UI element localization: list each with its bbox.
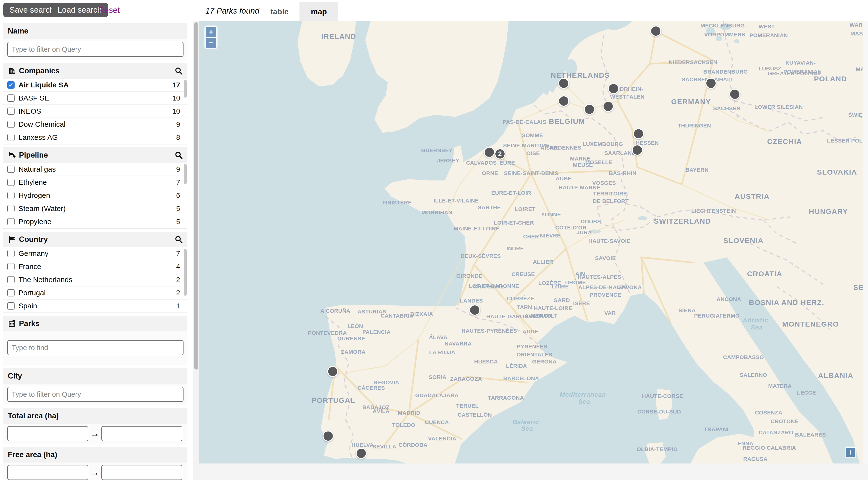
checkbox[interactable]: [7, 302, 14, 310]
search-icon[interactable]: [174, 235, 183, 244]
facet-title: Companies: [19, 67, 60, 75]
park-marker[interactable]: [327, 366, 338, 377]
map-attribution-wrap: i: [845, 446, 856, 458]
checkbox[interactable]: [7, 108, 14, 115]
facet-item-label: Portugal: [19, 289, 176, 297]
facet-header: Country: [3, 232, 187, 247]
search-icon[interactable]: [174, 151, 183, 160]
tab-map[interactable]: map: [300, 2, 338, 21]
park-marker[interactable]: [355, 448, 367, 459]
parks-find-input[interactable]: [7, 340, 184, 355]
search-icon[interactable]: [174, 67, 183, 75]
info-button[interactable]: i: [846, 448, 855, 457]
checkbox[interactable]: [7, 192, 14, 199]
facet-item-label: Natural gas: [19, 165, 176, 173]
total-area-min-input[interactable]: [7, 426, 88, 441]
park-marker[interactable]: [633, 128, 644, 139]
total-area-max-input[interactable]: [101, 426, 182, 441]
city-section-header: City: [3, 368, 187, 384]
parks-section-header: Parks: [3, 316, 187, 332]
reset-link[interactable]: Reset: [98, 5, 120, 15]
facet-item-label: The Netherlands: [19, 276, 176, 284]
facet-row[interactable]: Ethylene7: [3, 176, 187, 189]
total-area-title: Total area (ha): [8, 412, 59, 420]
checkbox[interactable]: [7, 134, 14, 141]
free-area-section: Free area (ha) →: [3, 447, 187, 480]
facet-row[interactable]: ✓Air Liquide SA17: [3, 79, 187, 92]
facet-row[interactable]: France4: [3, 260, 187, 273]
facet-row[interactable]: Hydrogen6: [3, 189, 187, 202]
park-marker[interactable]: [705, 78, 717, 89]
name-filter-input[interactable]: [7, 42, 184, 57]
park-marker[interactable]: [608, 83, 619, 94]
tab-table[interactable]: table: [260, 2, 299, 21]
facet-row[interactable]: Natural gas9: [3, 163, 187, 176]
facet-row[interactable]: Germany7: [3, 247, 187, 260]
sidebar-scrollbar-thumb[interactable]: [194, 22, 198, 370]
park-marker[interactable]: [602, 101, 614, 112]
checkbox[interactable]: [7, 121, 14, 128]
flag-icon: [8, 235, 17, 244]
facet-row[interactable]: INEOS10: [3, 105, 187, 118]
checkbox[interactable]: [7, 250, 14, 257]
facet-item-count: 10: [172, 107, 180, 115]
facet-item-label: Ethylene: [19, 178, 176, 186]
park-marker[interactable]: [729, 89, 740, 100]
facet-row[interactable]: Spain1: [3, 300, 187, 313]
facet-row[interactable]: BASF SE10: [3, 92, 187, 105]
park-marker[interactable]: [558, 95, 569, 107]
total-area-section: Total area (ha) →: [3, 408, 187, 444]
map-right-gutter: [863, 21, 868, 464]
facet-row[interactable]: Dow Chemical9: [3, 118, 187, 131]
facet-title: Country: [19, 235, 48, 244]
zoom-out-button[interactable]: −: [206, 38, 216, 48]
checkbox[interactable]: [7, 218, 14, 225]
facet-row[interactable]: Steam (Water)5: [3, 202, 187, 215]
facet-item-label: Air Liquide SA: [19, 81, 172, 89]
facet-item-count: 7: [176, 178, 180, 186]
facet-item-count: 9: [176, 121, 180, 129]
free-area-min-input[interactable]: [7, 465, 88, 480]
list-scrollbar-thumb[interactable]: [184, 164, 187, 184]
filter-sidebar: Name Companies ✓Air Liquide SA17BASF SE1…: [0, 21, 191, 480]
checkbox[interactable]: [7, 179, 14, 186]
list-scrollbar-thumb[interactable]: [184, 249, 187, 296]
facet-section-pipeline: Pipeline Natural gas9Ethylene7Hydrogen6S…: [3, 147, 187, 229]
checkbox[interactable]: [7, 95, 14, 102]
facet-item-label: BASF SE: [19, 94, 172, 102]
facet-row[interactable]: Portugal2: [3, 286, 187, 300]
pipeline-icon: [8, 151, 17, 160]
park-marker[interactable]: [650, 26, 661, 37]
list-scrollbar-thumb[interactable]: [184, 80, 187, 98]
map-canvas[interactable]: IRELANDNETHERLANDSBELGIUMGERMANYPOLANDCZ…: [199, 21, 863, 464]
facet-item-count: 4: [176, 263, 180, 271]
park-marker[interactable]: [322, 431, 334, 442]
name-filter-section: Name: [3, 23, 187, 60]
park-marker[interactable]: [469, 305, 480, 316]
facet-row[interactable]: Propylene5: [3, 215, 187, 229]
park-marker[interactable]: [558, 78, 569, 89]
checkbox[interactable]: [7, 205, 14, 212]
facet-item-label: INEOS: [19, 107, 172, 115]
facet-item-count: 7: [176, 249, 180, 258]
parks-grid-icon: [8, 319, 17, 328]
range-arrow-icon: →: [90, 467, 99, 478]
checkbox[interactable]: [7, 276, 14, 283]
city-filter-input[interactable]: [7, 387, 184, 402]
factory-icon: [8, 67, 17, 75]
facet-item-count: 8: [176, 134, 180, 142]
checkbox[interactable]: [7, 263, 14, 270]
facet-row[interactable]: The Netherlands2: [3, 273, 187, 286]
facet-row[interactable]: Lanxess AG8: [3, 131, 187, 144]
facet-item-count: 9: [176, 165, 180, 173]
park-marker[interactable]: [632, 144, 643, 156]
park-cluster-marker[interactable]: 2: [494, 148, 505, 160]
zoom-in-button[interactable]: +: [206, 27, 216, 37]
checkbox[interactable]: [7, 289, 14, 297]
free-area-max-input[interactable]: [101, 465, 182, 480]
checkbox[interactable]: [7, 166, 14, 173]
checkbox[interactable]: ✓: [7, 81, 14, 89]
park-marker[interactable]: [584, 104, 595, 115]
name-section-header: Name: [3, 23, 187, 39]
park-marker[interactable]: [484, 147, 495, 158]
